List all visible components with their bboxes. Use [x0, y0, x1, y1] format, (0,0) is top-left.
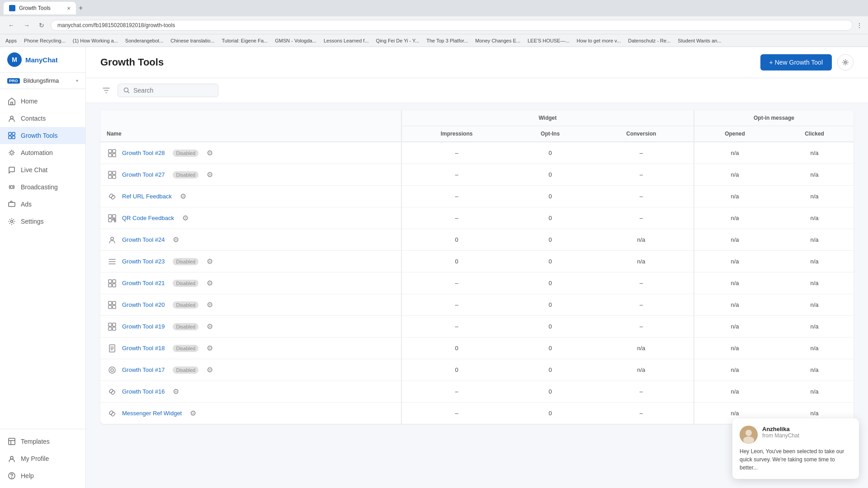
svg-rect-31: [108, 284, 112, 287]
bookmark-3[interactable]: Sonderangebot...: [125, 38, 163, 43]
filter-button[interactable]: [100, 84, 112, 96]
col-group-widget: Widget: [401, 110, 694, 126]
tool-name[interactable]: Growth Tool #28: [122, 150, 165, 156]
settings-gear-button[interactable]: [837, 54, 854, 70]
active-tab[interactable]: Growth Tools ✕: [4, 2, 76, 14]
bookmark-1[interactable]: Phone Recycling...: [24, 38, 66, 43]
tool-name[interactable]: Ref URL Feedback: [122, 193, 172, 200]
bookmark-10[interactable]: Money Changes E...: [475, 38, 520, 43]
row-optins: 0: [511, 164, 589, 186]
new-tab-button[interactable]: +: [79, 4, 83, 12]
disabled-badge: Disabled: [173, 171, 198, 178]
bookmark-12[interactable]: How to get more v...: [577, 38, 621, 43]
tool-settings-button[interactable]: ⚙: [203, 364, 217, 376]
tool-settings-button[interactable]: ⚙: [203, 299, 217, 311]
tool-settings-button[interactable]: ⚙: [169, 234, 183, 246]
my-profile-icon: [7, 454, 16, 463]
bookmark-5[interactable]: Tutorial: Eigene Fa...: [222, 38, 268, 43]
row-opened: n/a: [694, 381, 775, 403]
tool-settings-button[interactable]: ⚙: [169, 385, 183, 398]
search-input[interactable]: [133, 87, 212, 94]
tool-settings-button[interactable]: ⚙: [179, 212, 192, 224]
sidebar-item-contacts[interactable]: Contacts: [0, 110, 85, 127]
tool-name[interactable]: Growth Tool #21: [122, 280, 165, 286]
tool-name[interactable]: Growth Tool #20: [122, 301, 165, 308]
tool-name[interactable]: QR Code Feedback: [122, 215, 174, 221]
tool-name[interactable]: Growth Tool #17: [122, 366, 165, 373]
bookmark-11[interactable]: LEE'S HOUSE—...: [528, 38, 570, 43]
tool-name[interactable]: Growth Tool #24: [122, 236, 165, 243]
tool-settings-button[interactable]: ⚙: [176, 190, 190, 202]
tool-name[interactable]: Growth Tool #16: [122, 388, 165, 395]
row-name-cell: Messenger Ref Widget ⚙: [100, 403, 401, 424]
sidebar-item-growth-tools[interactable]: Growth Tools: [0, 127, 85, 144]
tool-name[interactable]: Growth Tool #19: [122, 323, 165, 330]
tool-settings-button[interactable]: ⚙: [203, 169, 217, 181]
tab-close-btn[interactable]: ✕: [67, 6, 71, 11]
svg-rect-6: [12, 136, 15, 139]
bookmark-8[interactable]: Qing Fei De Yi - Y...: [376, 38, 420, 43]
account-switcher[interactable]: PRO Bildungsfirma ▾: [0, 73, 85, 89]
bookmark-7[interactable]: Lessons Learned f...: [324, 38, 369, 43]
svg-rect-40: [113, 327, 116, 330]
svg-rect-37: [108, 323, 112, 326]
bookmark-apps[interactable]: Apps: [5, 38, 17, 43]
address-bar[interactable]: manychat.com/fb198150208192018/growth-to…: [51, 20, 853, 31]
sidebar-item-ads[interactable]: Ads: [0, 196, 85, 213]
new-growth-tool-button[interactable]: + New Growth Tool: [760, 54, 832, 70]
chat-from: from ManyChat: [762, 432, 799, 439]
sidebar-item-automation[interactable]: Automation: [0, 144, 85, 161]
tool-settings-button[interactable]: ⚙: [203, 147, 217, 159]
bookmark-9[interactable]: The Top 3 Platfor...: [426, 38, 468, 43]
svg-point-10: [10, 456, 13, 459]
tool-name[interactable]: Messenger Ref Widget: [122, 410, 182, 417]
sidebar-label-ads: Ads: [21, 201, 32, 208]
bookmark-6[interactable]: GMSN - Vologda...: [275, 38, 316, 43]
tool-settings-button[interactable]: ⚙: [203, 255, 217, 267]
sidebar-item-templates[interactable]: Templates: [0, 433, 85, 450]
tool-settings-button[interactable]: ⚙: [186, 407, 200, 419]
back-button[interactable]: ←: [5, 20, 17, 31]
tool-settings-button[interactable]: ⚙: [203, 342, 217, 354]
chat-info: Anzhelika from ManyChat: [762, 426, 799, 439]
row-opened: n/a: [694, 272, 775, 294]
bookmark-14[interactable]: Student Wants an...: [678, 38, 721, 43]
browser-controls: ← → ↻ manychat.com/fb198150208192018/gro…: [0, 16, 868, 34]
svg-point-2: [10, 116, 13, 119]
svg-rect-14: [108, 150, 112, 153]
row-optins: 0: [511, 186, 589, 207]
tool-name[interactable]: Growth Tool #27: [122, 171, 165, 178]
refresh-button[interactable]: ↻: [36, 20, 47, 31]
disabled-badge: Disabled: [173, 258, 198, 265]
tool-name[interactable]: Growth Tool #18: [122, 345, 165, 352]
sidebar-item-broadcasting[interactable]: Broadcasting: [0, 178, 85, 196]
row-opened: n/a: [694, 338, 775, 359]
svg-rect-27: [114, 221, 116, 222]
svg-point-45: [745, 430, 752, 436]
tool-settings-button[interactable]: ⚙: [203, 277, 217, 289]
tool-settings-button[interactable]: ⚙: [203, 320, 217, 333]
tool-icon: [107, 343, 118, 354]
sidebar-header[interactable]: M ManyChat: [0, 47, 85, 73]
tool-name[interactable]: Growth Tool #23: [122, 258, 165, 265]
row-opened: n/a: [694, 229, 775, 251]
sidebar-item-settings[interactable]: Settings: [0, 213, 85, 230]
row-clicked: n/a: [775, 164, 854, 186]
bookmark-13[interactable]: Datenschutz - Re...: [628, 38, 670, 43]
bookmark-2[interactable]: (1) How Working a...: [73, 38, 118, 43]
tool-icon: [107, 386, 118, 397]
sidebar-item-live-chat[interactable]: Live Chat: [0, 161, 85, 178]
sidebar-item-my-profile[interactable]: My Profile: [0, 450, 85, 467]
forward-button[interactable]: →: [21, 20, 33, 31]
settings-icon: [7, 217, 16, 226]
sidebar-item-help[interactable]: Help: [0, 467, 85, 484]
tool-icon: [107, 235, 118, 245]
table-row: Growth Tool #16 ⚙ – 0 – n/a n/a: [100, 381, 854, 403]
bookmark-4[interactable]: Chinese translatio...: [170, 38, 214, 43]
svg-rect-24: [108, 219, 112, 222]
row-conversion: –: [589, 316, 694, 338]
page-title: Growth Tools: [100, 56, 164, 68]
row-opened: n/a: [694, 359, 775, 381]
chat-popup[interactable]: Anzhelika from ManyChat Hey Leon, You've…: [732, 418, 859, 479]
sidebar-item-home[interactable]: Home: [0, 93, 85, 110]
